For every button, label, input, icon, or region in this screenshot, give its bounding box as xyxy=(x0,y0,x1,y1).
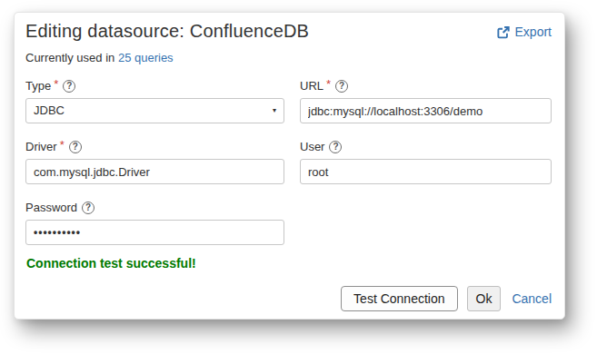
url-label: URL * ? xyxy=(300,79,552,93)
password-label: Password ? xyxy=(25,201,284,214)
page-title: Editing datasource: ConfluenceDB xyxy=(25,21,309,42)
required-marker: * xyxy=(54,77,58,91)
required-marker: * xyxy=(326,77,331,91)
url-label-text: URL xyxy=(300,79,323,93)
password-field[interactable] xyxy=(25,220,284,245)
export-button[interactable]: Export xyxy=(496,25,552,39)
form-row-3: Password ? xyxy=(25,201,552,245)
user-label-text: User xyxy=(300,140,324,153)
type-select[interactable]: JDBC ▾ xyxy=(25,98,284,123)
password-label-text: Password xyxy=(25,201,77,214)
required-marker: * xyxy=(60,138,65,152)
help-icon[interactable]: ? xyxy=(69,141,82,153)
user-field[interactable] xyxy=(300,159,552,184)
form-row-2: Driver * ? User ? xyxy=(25,140,552,184)
export-label: Export xyxy=(515,25,552,39)
cancel-link[interactable]: Cancel xyxy=(512,291,552,306)
dialog-footer: Test Connection Ok Cancel xyxy=(25,286,552,311)
driver-label: Driver * ? xyxy=(25,140,284,153)
form-row-1: Type * ? JDBC ▾ URL * ? xyxy=(25,79,552,123)
queries-link[interactable]: 25 queries xyxy=(118,51,174,64)
usage-prefix: Currently used in xyxy=(25,51,114,64)
status-message: Connection test successful! xyxy=(26,256,552,271)
type-label-text: Type xyxy=(25,79,51,93)
help-icon[interactable]: ? xyxy=(63,80,75,93)
user-label: User ? xyxy=(300,140,552,153)
dialog-header: Editing datasource: ConfluenceDB Export xyxy=(25,21,552,42)
driver-label-text: Driver xyxy=(25,140,57,153)
test-connection-button[interactable]: Test Connection xyxy=(341,286,457,311)
ok-button[interactable]: Ok xyxy=(467,286,502,311)
type-select-value: JDBC xyxy=(34,103,65,117)
help-icon[interactable]: ? xyxy=(335,80,348,93)
export-icon xyxy=(496,25,511,39)
help-icon[interactable]: ? xyxy=(329,141,342,153)
type-label: Type * ? xyxy=(25,79,284,93)
chevron-down-icon: ▾ xyxy=(273,99,276,123)
driver-field[interactable] xyxy=(25,159,284,184)
edit-datasource-dialog: Editing datasource: ConfluenceDB Export … xyxy=(14,12,565,320)
usage-line: Currently used in 25 queries xyxy=(25,51,552,64)
help-icon[interactable]: ? xyxy=(82,202,95,214)
url-field[interactable] xyxy=(300,98,552,123)
